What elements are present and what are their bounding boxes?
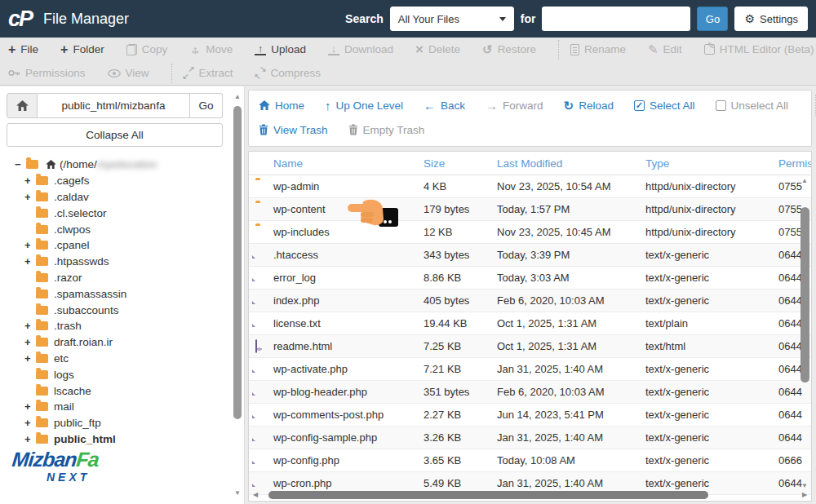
tree-item[interactable]: lscache [0, 382, 244, 399]
file-name[interactable]: readme.html [273, 340, 424, 352]
rename-button[interactable]: Rename [570, 43, 626, 55]
reload-button[interactable]: Reload [564, 99, 614, 112]
expand-toggle[interactable]: + [24, 336, 36, 348]
table-row-wp-config-sample[interactable]: wp-config-sample.php3.26 KBJan 31, 2025,… [249, 427, 811, 449]
restore-button[interactable]: Restore [482, 43, 536, 55]
tree-item[interactable]: .razor [0, 270, 244, 286]
expand-toggle[interactable]: + [24, 175, 36, 187]
tree-item[interactable]: +.cagefs [0, 173, 244, 189]
scroll-up-icon[interactable]: ▲ [800, 177, 809, 185]
cpanel-logo[interactable]: cP File Manager [8, 7, 129, 32]
file-name[interactable]: wp-admin [273, 180, 424, 192]
delete-button[interactable]: Delete [415, 42, 460, 56]
tree-item[interactable]: +draft.roian.ir [0, 334, 244, 351]
file-name[interactable]: error_log [273, 272, 424, 284]
sidebar-scroll-thumb[interactable] [233, 106, 242, 419]
tree-item[interactable]: .clwpos [0, 221, 244, 237]
file-name[interactable]: .htaccess [273, 249, 424, 261]
scroll-down-icon[interactable]: ▼ [233, 489, 242, 497]
tree-item[interactable]: .cl.selector [0, 205, 244, 221]
select-all-button[interactable]: ✓Select All [634, 99, 695, 112]
table-vertical-scrollbar[interactable]: ▲ ▼ [800, 177, 810, 490]
table-row-htaccess[interactable]: .htaccess343 bytesToday, 3:39 PMtext/x-g… [249, 244, 811, 267]
view-trash-button[interactable]: View Trash [259, 124, 328, 136]
column-header-permissions[interactable]: Permissions [778, 157, 811, 170]
upload-button[interactable]: Upload [255, 43, 306, 55]
path-go-button[interactable]: Go [190, 93, 223, 118]
folder-button[interactable]: Folder [60, 43, 104, 56]
scroll-down-icon[interactable]: ▼ [800, 482, 809, 490]
tree-item[interactable]: +.htpasswds [0, 254, 244, 270]
tree-item[interactable]: +etc [0, 351, 244, 367]
collapse-toggle[interactable]: − [15, 158, 26, 170]
expand-toggle[interactable]: + [24, 433, 36, 445]
tree-item[interactable]: +.caldav [0, 189, 244, 206]
expand-toggle[interactable]: + [24, 320, 36, 332]
tree-item[interactable]: +.cpanel [0, 237, 244, 254]
scroll-up-icon[interactable]: ▲ [233, 93, 242, 101]
file-name[interactable]: wp-cron.php [273, 477, 424, 489]
table-row-license-txt[interactable]: license.txt19.44 KBOct 1, 2025, 1:31 AMt… [249, 312, 811, 335]
unselect-all-button[interactable]: Unselect All [716, 99, 789, 112]
empty-trash-button[interactable]: Empty Trash [348, 124, 425, 136]
tree-item[interactable]: .subaccounts [0, 302, 244, 318]
search-input[interactable] [542, 7, 690, 31]
tree-root-item[interactable]: − (/home/ myeducation [0, 157, 244, 173]
collapse-all-button[interactable]: Collapse All [7, 123, 223, 147]
table-row-wp-activate[interactable]: wp-activate.php7.21 KBJan 31, 2025, 1:40… [249, 358, 811, 381]
sidebar-scrollbar[interactable]: ▲ ▼ [233, 93, 242, 497]
file-name[interactable]: wp-content [273, 203, 424, 215]
tree-item[interactable]: +.trash [0, 318, 244, 334]
expand-toggle[interactable]: + [24, 191, 36, 203]
scroll-left-icon[interactable]: ◀ [251, 491, 260, 499]
column-header-size[interactable]: Size [424, 157, 497, 170]
table-row-wp-content[interactable]: wp-content179 bytesToday, 1:57 PMhttpd/u… [249, 198, 811, 221]
file-name[interactable]: wp-config.php [273, 454, 424, 466]
copy-button[interactable]: Copy [126, 43, 168, 55]
table-row-readme-html[interactable]: readme.html7.25 KBOct 1, 2025, 1:31 AMte… [249, 335, 811, 358]
table-row-error-log[interactable]: error_log8.86 KBToday, 3:03 AMtext/x-gen… [249, 267, 811, 290]
settings-button[interactable]: ⚙ Settings [734, 7, 808, 31]
file-name[interactable]: wp-activate.php [273, 363, 424, 375]
expand-toggle[interactable]: + [24, 352, 36, 365]
view-button[interactable]: View [108, 67, 149, 79]
file-name[interactable]: index.php [273, 294, 424, 307]
file-name[interactable]: wp-includes [273, 226, 424, 238]
back-button[interactable]: Back [424, 99, 465, 112]
table-row-wp-config[interactable]: wp-config.php3.65 KBToday, 10:08 AMtext/… [249, 449, 811, 472]
column-header-name[interactable]: Name [273, 157, 424, 170]
extract-button[interactable]: Extract [184, 67, 233, 79]
edit-button[interactable]: Edit [648, 43, 682, 55]
up-one-level-button[interactable]: Up One Level [325, 99, 403, 112]
column-header-last-modified[interactable]: Last Modified [497, 157, 645, 170]
file-name[interactable]: wp-blog-header.php [273, 386, 424, 398]
search-scope-select[interactable]: All Your Files [390, 7, 514, 31]
move-button[interactable]: Move [189, 43, 233, 55]
expand-toggle[interactable]: + [24, 255, 36, 267]
expand-toggle[interactable]: + [24, 400, 36, 413]
column-header-type[interactable]: Type [645, 157, 778, 170]
table-horizontal-scrollbar[interactable]: ◀ ▶ [251, 490, 809, 500]
table-row-wp-blog-header[interactable]: wp-blog-header.php351 bytesFeb 6, 2020, … [249, 381, 811, 404]
file-button[interactable]: File [8, 43, 38, 56]
table-hscroll-thumb[interactable] [268, 491, 708, 499]
tree-item[interactable]: +mail [0, 399, 244, 415]
table-row-wp-comments-post[interactable]: wp-comments-post.php2.27 KBJun 14, 2023,… [249, 404, 811, 427]
expand-toggle[interactable]: + [24, 417, 36, 429]
scroll-right-icon[interactable]: ▶ [800, 491, 809, 499]
tree-item[interactable]: logs [0, 366, 244, 382]
file-name[interactable]: wp-config-sample.php [273, 431, 424, 444]
expand-toggle[interactable]: + [24, 239, 36, 251]
tree-item[interactable]: .spamassassin [0, 285, 244, 302]
html-editor-button[interactable]: HTML Editor (Beta) [704, 43, 814, 55]
home-button[interactable]: Home [259, 99, 304, 112]
table-row-wp-includes[interactable]: wp-includes12 KBNov 23, 2025, 10:45 AMht… [249, 221, 811, 244]
tree-item-public-html[interactable]: +public_html [0, 431, 244, 448]
table-row-index-php[interactable]: index.php405 bytesFeb 6, 2020, 10:03 AMt… [249, 290, 811, 312]
forward-button[interactable]: Forward [486, 99, 543, 112]
download-button[interactable]: Download [328, 43, 393, 55]
home-path-button[interactable] [7, 93, 38, 118]
permissions-button[interactable]: Permissions [8, 67, 86, 79]
search-go-button[interactable]: Go [697, 7, 728, 31]
path-input[interactable] [38, 93, 190, 118]
